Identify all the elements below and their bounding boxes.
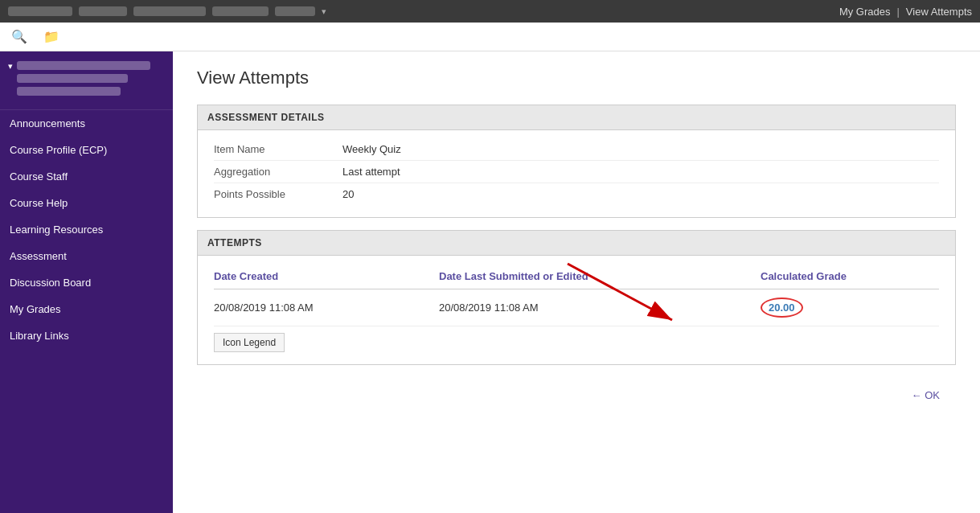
cell-date-submitted: 20/08/2019 11:08 AM <box>439 302 761 314</box>
value-aggregation: Last attempt <box>342 166 939 178</box>
col-header-calculated-grade: Calculated Grade <box>761 270 939 282</box>
course-title-line2 <box>17 74 128 83</box>
sidebar-item-learning-resources[interactable]: Learning Resources <box>0 216 173 243</box>
ok-button[interactable]: ← OK <box>912 389 940 401</box>
course-title-line1 <box>17 61 150 70</box>
value-item-name: Weekly Quiz <box>342 143 939 155</box>
blurred-text-4 <box>212 6 269 16</box>
label-item-name: Item Name <box>214 143 342 155</box>
detail-row-aggregation: Aggregation Last attempt <box>214 161 939 183</box>
ok-area: ← OK <box>197 381 956 409</box>
value-points-possible: 20 <box>342 188 939 200</box>
sidebar-item-my-grades[interactable]: My Grades <box>0 296 173 322</box>
label-points-possible: Points Possible <box>214 188 342 200</box>
sidebar-item-course-staff[interactable]: Course Staff <box>0 163 173 190</box>
sidebar-item-course-help[interactable]: Course Help <box>0 190 173 216</box>
page-title: View Attempts <box>197 68 956 88</box>
sidebar-course-info: ▾ <box>0 51 173 110</box>
sidebar-item-discussion-board[interactable]: Discussion Board <box>0 269 173 296</box>
attempts-column-headers: Date Created Date Last Submitted or Edit… <box>214 264 939 289</box>
blurred-text-5 <box>275 6 315 16</box>
grade-value: 20.00 <box>761 298 803 318</box>
sidebar: ▾ Announcements Course Profile (ECP) Cou… <box>0 51 173 513</box>
attempts-box: ATTEMPTS Date Created <box>197 230 956 365</box>
attempts-header: ATTEMPTS <box>198 231 955 256</box>
table-row: 20/08/2019 11:08 AM 20/08/2019 11:08 AM … <box>214 289 939 326</box>
nav-my-grades[interactable]: My Grades <box>839 6 891 18</box>
folder-icon[interactable]: 📁 <box>40 27 63 46</box>
sidebar-item-course-profile[interactable]: Course Profile (ECP) <box>0 137 173 163</box>
detail-row-item-name: Item Name Weekly Quiz <box>214 138 939 161</box>
sidebar-nav: Announcements Course Profile (ECP) Cours… <box>0 110 173 513</box>
col-header-date-created: Date Created <box>214 270 439 282</box>
cell-grade: 20.00 <box>761 298 939 318</box>
top-bar-left: ▾ <box>8 6 839 17</box>
search-icon[interactable]: 🔍 <box>8 27 31 46</box>
assessment-details-box: ASSESSMENT DETAILS Item Name Weekly Quiz… <box>197 105 956 218</box>
sidebar-item-announcements[interactable]: Announcements <box>0 110 173 137</box>
sidebar-item-assessment[interactable]: Assessment <box>0 243 173 269</box>
sidebar-collapse-icon[interactable]: ▾ <box>8 61 13 72</box>
main-layout: ▾ Announcements Course Profile (ECP) Cou… <box>0 51 980 513</box>
dropdown-icon[interactable]: ▾ <box>322 6 326 17</box>
sidebar-item-library-links[interactable]: Library Links <box>0 322 173 349</box>
assessment-details-header: ASSESSMENT DETAILS <box>198 105 955 130</box>
cell-date-created: 20/08/2019 11:08 AM <box>214 302 439 314</box>
blurred-text-3 <box>133 6 206 16</box>
top-bar: ▾ My Grades | View Attempts <box>0 0 980 23</box>
col-header-date-submitted: Date Last Submitted or Edited <box>439 270 761 282</box>
icon-legend-button[interactable]: Icon Legend <box>214 333 285 352</box>
course-title-line3 <box>17 87 121 96</box>
second-bar: 🔍 📁 <box>0 23 980 51</box>
nav-view-attempts[interactable]: View Attempts <box>906 6 972 18</box>
content-area: View Attempts ASSESSMENT DETAILS Item Na… <box>173 51 980 513</box>
detail-row-points: Points Possible 20 <box>214 183 939 205</box>
blurred-text-2 <box>79 6 127 16</box>
blurred-text-1 <box>8 6 72 16</box>
breadcrumb: My Grades | View Attempts <box>839 6 972 18</box>
label-aggregation: Aggregation <box>214 166 342 178</box>
assessment-details-table: Item Name Weekly Quiz Aggregation Last a… <box>198 130 955 217</box>
attempts-table: Date Created Date Last Submitted or Edit… <box>198 256 955 364</box>
